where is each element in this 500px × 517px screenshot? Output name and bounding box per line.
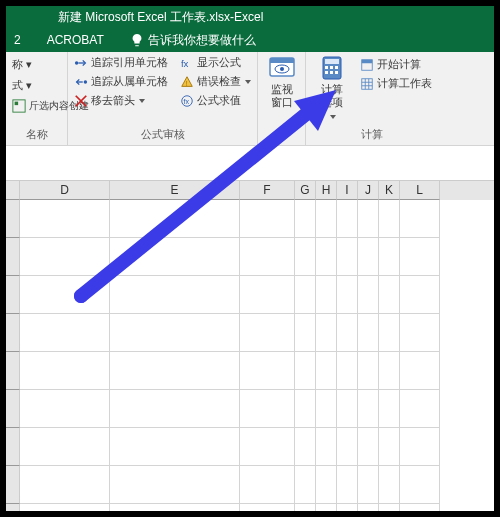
- row-header[interactable]: [6, 504, 20, 517]
- cell[interactable]: [400, 352, 440, 390]
- cell[interactable]: [400, 314, 440, 352]
- cell[interactable]: [379, 466, 400, 504]
- column-header-D[interactable]: D: [20, 181, 110, 200]
- cell[interactable]: [295, 390, 316, 428]
- cell[interactable]: [240, 504, 295, 517]
- column-header-H[interactable]: H: [316, 181, 337, 200]
- row-header[interactable]: [6, 466, 20, 504]
- row-header[interactable]: [6, 276, 20, 314]
- remove-arrows-button[interactable]: 移去箭头: [72, 92, 170, 109]
- tab-partial-num[interactable]: 2: [10, 31, 25, 49]
- cell[interactable]: [20, 200, 110, 238]
- cell[interactable]: [20, 390, 110, 428]
- cell[interactable]: [400, 200, 440, 238]
- cell[interactable]: [358, 200, 379, 238]
- cell[interactable]: [337, 428, 358, 466]
- cell[interactable]: [240, 352, 295, 390]
- error-checking-button[interactable]: ! 错误检查: [178, 73, 253, 90]
- cell[interactable]: [337, 238, 358, 276]
- cell[interactable]: [316, 504, 337, 517]
- cell[interactable]: [337, 466, 358, 504]
- evaluate-formula-button[interactable]: fx 公式求值: [178, 92, 253, 109]
- row-header[interactable]: [6, 390, 20, 428]
- cell[interactable]: [20, 466, 110, 504]
- cell[interactable]: [379, 504, 400, 517]
- cell[interactable]: [295, 314, 316, 352]
- cell[interactable]: [316, 428, 337, 466]
- cell[interactable]: [379, 314, 400, 352]
- cell[interactable]: [20, 238, 110, 276]
- cell[interactable]: [337, 390, 358, 428]
- column-header-I[interactable]: I: [337, 181, 358, 200]
- column-header-F[interactable]: F: [240, 181, 295, 200]
- calculate-sheet-button[interactable]: 计算工作表: [358, 75, 434, 92]
- cell[interactable]: [240, 200, 295, 238]
- cell[interactable]: [337, 352, 358, 390]
- cell[interactable]: [379, 352, 400, 390]
- cell[interactable]: [379, 238, 400, 276]
- cell[interactable]: [400, 238, 440, 276]
- trace-precedents-button[interactable]: 追踪引用单元格: [72, 54, 170, 71]
- cell[interactable]: [295, 428, 316, 466]
- cell[interactable]: [316, 238, 337, 276]
- cell[interactable]: [295, 352, 316, 390]
- cell[interactable]: [295, 504, 316, 517]
- show-formulas-button[interactable]: fx 显示公式: [178, 54, 253, 71]
- cell[interactable]: [379, 428, 400, 466]
- cell[interactable]: [379, 390, 400, 428]
- calculation-options-button[interactable]: 计算选项: [310, 54, 354, 123]
- cell[interactable]: [110, 504, 240, 517]
- cell[interactable]: [20, 352, 110, 390]
- calculate-now-button[interactable]: 开始计算: [358, 56, 434, 73]
- cell[interactable]: [316, 352, 337, 390]
- cell[interactable]: [316, 390, 337, 428]
- cell[interactable]: [337, 504, 358, 517]
- cell[interactable]: [240, 390, 295, 428]
- cell[interactable]: [400, 390, 440, 428]
- cell[interactable]: [295, 276, 316, 314]
- cell[interactable]: [316, 276, 337, 314]
- cell[interactable]: [400, 428, 440, 466]
- tab-acrobat[interactable]: ACROBAT: [43, 31, 108, 49]
- tell-me-search[interactable]: 告诉我你想要做什么: [126, 30, 260, 51]
- cell[interactable]: [295, 466, 316, 504]
- cell[interactable]: [379, 200, 400, 238]
- row-header[interactable]: [6, 428, 20, 466]
- column-header-G[interactable]: G: [295, 181, 316, 200]
- cell[interactable]: [110, 238, 240, 276]
- cell[interactable]: [110, 314, 240, 352]
- cell[interactable]: [240, 314, 295, 352]
- cell[interactable]: [358, 504, 379, 517]
- row-header[interactable]: [6, 352, 20, 390]
- cell[interactable]: [110, 466, 240, 504]
- cell[interactable]: [358, 390, 379, 428]
- cell[interactable]: [20, 504, 110, 517]
- cell[interactable]: [295, 200, 316, 238]
- cell[interactable]: [337, 276, 358, 314]
- cell[interactable]: [110, 200, 240, 238]
- cell[interactable]: [110, 276, 240, 314]
- cell[interactable]: [240, 276, 295, 314]
- cell[interactable]: [20, 276, 110, 314]
- cell[interactable]: [400, 276, 440, 314]
- cell[interactable]: [358, 238, 379, 276]
- trace-dependents-button[interactable]: 追踪从属单元格: [72, 73, 170, 90]
- cell[interactable]: [240, 466, 295, 504]
- cell[interactable]: [20, 314, 110, 352]
- column-header-J[interactable]: J: [358, 181, 379, 200]
- row-header[interactable]: [6, 314, 20, 352]
- cell[interactable]: [358, 428, 379, 466]
- row-header[interactable]: [6, 238, 20, 276]
- column-header-K[interactable]: K: [379, 181, 400, 200]
- cell[interactable]: [400, 466, 440, 504]
- cell[interactable]: [337, 314, 358, 352]
- cell[interactable]: [20, 428, 110, 466]
- cell[interactable]: [295, 238, 316, 276]
- cell[interactable]: [240, 238, 295, 276]
- cell[interactable]: [358, 352, 379, 390]
- cell[interactable]: [110, 352, 240, 390]
- cell[interactable]: [400, 504, 440, 517]
- cell[interactable]: [358, 314, 379, 352]
- watch-window-button[interactable]: 监视窗口: [262, 54, 301, 109]
- cell[interactable]: [358, 466, 379, 504]
